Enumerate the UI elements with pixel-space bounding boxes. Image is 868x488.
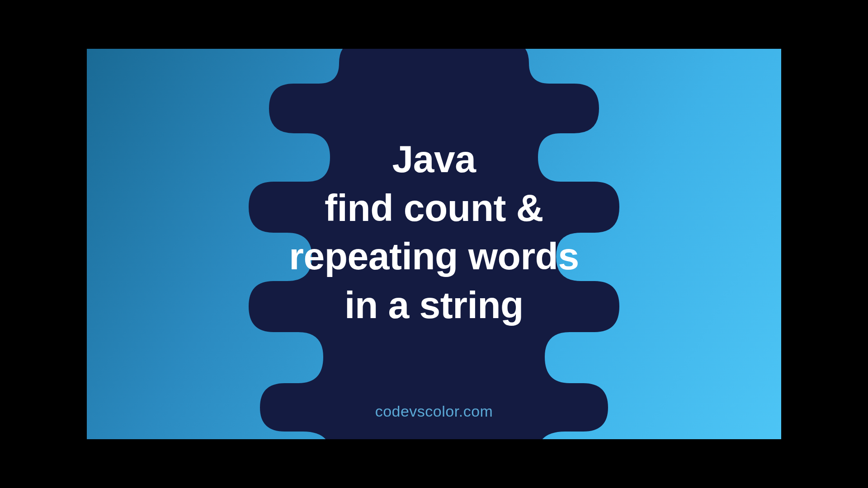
title-line-3: repeating words bbox=[87, 232, 781, 281]
graphic-card: Java find count & repeating words in a s… bbox=[87, 49, 781, 439]
watermark-text: codevscolor.com bbox=[375, 403, 493, 420]
title-text: Java find count & repeating words in a s… bbox=[87, 135, 781, 329]
title-line-2: find count & bbox=[87, 184, 781, 233]
title-line-4: in a string bbox=[87, 281, 781, 330]
title-line-1: Java bbox=[87, 135, 781, 184]
